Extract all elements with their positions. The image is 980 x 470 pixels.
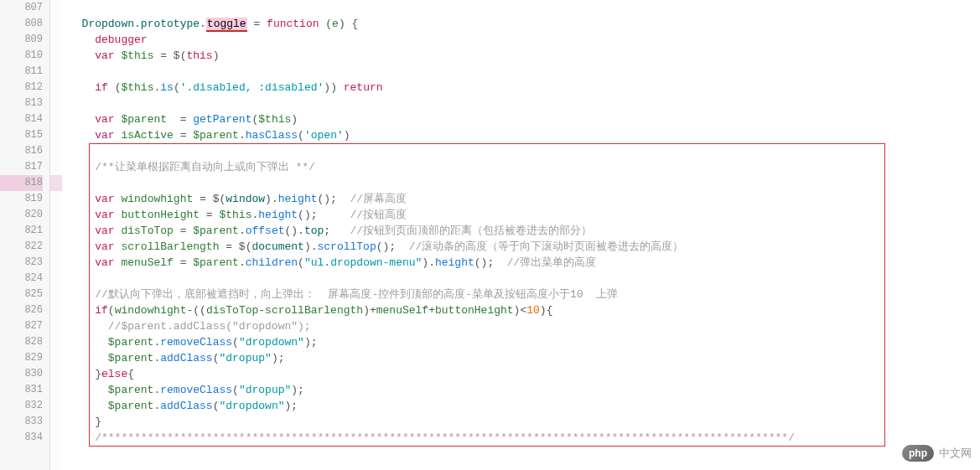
- code-line[interactable]: var $this = $(this): [69, 48, 980, 64]
- code-line[interactable]: var buttonHeight = $this.height(); //按钮高…: [69, 207, 980, 223]
- margin-cell[interactable]: [50, 255, 62, 271]
- watermark: php 中文网: [902, 445, 972, 462]
- line-number[interactable]: 820: [0, 207, 43, 223]
- line-number[interactable]: 824: [0, 271, 43, 287]
- line-number[interactable]: 825: [0, 287, 43, 302]
- code-line[interactable]: var menuSelf = $parent.children("ul.drop…: [69, 255, 980, 271]
- breakpoint-margin[interactable]: [50, 0, 62, 470]
- line-number[interactable]: 811: [0, 64, 43, 80]
- code-line[interactable]: if ($this.is('.disabled, :disabled')) re…: [69, 80, 980, 96]
- highlighted-token: toggle: [206, 18, 247, 32]
- margin-cell[interactable]: [50, 64, 62, 80]
- code-line[interactable]: [69, 64, 980, 80]
- code-line[interactable]: [69, 271, 980, 287]
- margin-cell[interactable]: [50, 398, 62, 414]
- line-number[interactable]: 817: [0, 159, 43, 175]
- code-content[interactable]: Dropdown.prototype.toggle = function (e)…: [62, 0, 980, 470]
- line-number[interactable]: 827: [0, 318, 43, 334]
- line-number[interactable]: 821: [0, 223, 43, 239]
- margin-cell[interactable]: [50, 32, 62, 48]
- line-number[interactable]: 828: [0, 334, 43, 350]
- line-number[interactable]: 816: [0, 143, 43, 159]
- margin-cell[interactable]: [50, 239, 62, 255]
- line-number[interactable]: 813: [0, 96, 43, 111]
- code-line[interactable]: $parent.removeClass("dropup");: [69, 382, 980, 398]
- line-number[interactable]: 812: [0, 80, 43, 96]
- margin-cell[interactable]: [50, 143, 62, 159]
- code-line[interactable]: [69, 175, 980, 191]
- line-number[interactable]: 831: [0, 382, 43, 398]
- line-number[interactable]: 823: [0, 255, 43, 271]
- margin-cell[interactable]: [50, 366, 62, 382]
- margin-cell[interactable]: [50, 207, 62, 223]
- code-line[interactable]: $parent.removeClass("dropdown");: [69, 334, 980, 350]
- code-line[interactable]: /***************************************…: [69, 430, 980, 446]
- code-line[interactable]: var $parent = getParent($this): [69, 111, 980, 127]
- code-line[interactable]: $parent.addClass("dropdown");: [69, 398, 980, 414]
- code-line[interactable]: var disToTop = $parent.offset().top; //按…: [69, 223, 980, 239]
- line-number[interactable]: 818: [0, 175, 43, 191]
- line-number[interactable]: 815: [0, 127, 43, 143]
- margin-cell[interactable]: [50, 127, 62, 143]
- code-line[interactable]: }else{: [69, 366, 980, 382]
- margin-cell[interactable]: [50, 96, 62, 111]
- margin-cell[interactable]: [50, 334, 62, 350]
- line-number[interactable]: 830: [0, 366, 43, 382]
- code-line[interactable]: var windowhight = $(window).height(); //…: [69, 191, 980, 207]
- code-line[interactable]: [69, 143, 980, 159]
- line-number[interactable]: 822: [0, 239, 43, 255]
- code-line[interactable]: if(windowhight-((disToTop-scrollBarlengt…: [69, 302, 980, 318]
- margin-cell[interactable]: [50, 350, 62, 366]
- margin-cell[interactable]: [50, 111, 62, 127]
- margin-cell[interactable]: [50, 414, 62, 430]
- code-line[interactable]: var scrollBarlength = $(document).scroll…: [69, 239, 980, 255]
- line-number[interactable]: 809: [0, 32, 43, 48]
- margin-cell[interactable]: [50, 430, 62, 446]
- code-line[interactable]: [69, 96, 980, 111]
- margin-cell[interactable]: [50, 175, 62, 191]
- margin-cell[interactable]: [50, 16, 62, 32]
- margin-cell[interactable]: [50, 191, 62, 207]
- margin-cell[interactable]: [50, 287, 62, 302]
- margin-cell[interactable]: [50, 80, 62, 96]
- line-number[interactable]: 829: [0, 350, 43, 366]
- margin-cell[interactable]: [50, 159, 62, 175]
- watermark-badge: php: [902, 445, 934, 462]
- code-line[interactable]: //默认向下弹出，底部被遮挡时，向上弹出： 屏幕高度-控件到顶部的高度-菜单及按…: [69, 287, 980, 302]
- line-number[interactable]: 819: [0, 191, 43, 207]
- line-number[interactable]: 833: [0, 414, 43, 430]
- code-line[interactable]: /**让菜单根据距离自动向上或向下弹出 **/: [69, 159, 980, 175]
- margin-cell[interactable]: [50, 271, 62, 287]
- line-number[interactable]: 834: [0, 430, 43, 446]
- watermark-text: 中文网: [939, 446, 972, 461]
- code-line[interactable]: Dropdown.prototype.toggle = function (e)…: [69, 16, 980, 32]
- line-number[interactable]: 808: [0, 16, 43, 32]
- margin-cell[interactable]: [50, 302, 62, 318]
- margin-cell[interactable]: [50, 223, 62, 239]
- code-line[interactable]: [69, 0, 980, 16]
- line-number[interactable]: 814: [0, 111, 43, 127]
- code-line[interactable]: //$parent.addClass("dropdown");: [69, 318, 980, 334]
- margin-cell[interactable]: [50, 0, 62, 16]
- line-number[interactable]: 826: [0, 302, 43, 318]
- line-number[interactable]: 810: [0, 48, 43, 64]
- line-number[interactable]: 832: [0, 398, 43, 414]
- margin-cell[interactable]: [50, 382, 62, 398]
- margin-cell[interactable]: [50, 48, 62, 64]
- code-line[interactable]: var isActive = $parent.hasClass('open'): [69, 127, 980, 143]
- line-number-gutter[interactable]: 8078088098108118128138148158168178188198…: [0, 0, 50, 470]
- code-line[interactable]: debugger: [69, 32, 980, 48]
- code-line[interactable]: $parent.addClass("dropup");: [69, 350, 980, 366]
- code-editor[interactable]: 8078088098108118128138148158168178188198…: [0, 0, 980, 470]
- code-line[interactable]: }: [69, 414, 980, 430]
- margin-cell[interactable]: [50, 318, 62, 334]
- line-number[interactable]: 807: [0, 0, 43, 16]
